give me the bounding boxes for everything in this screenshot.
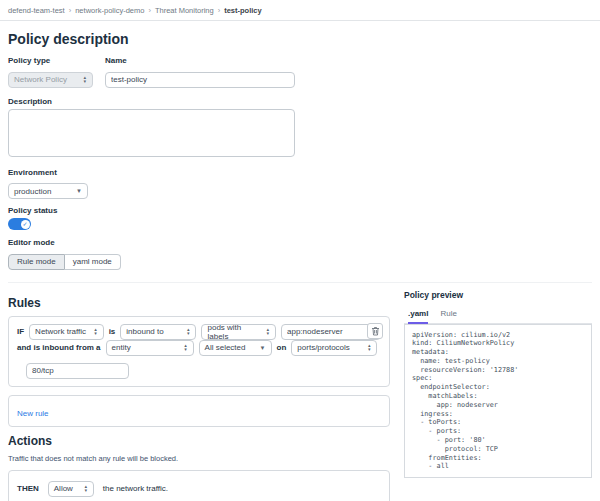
if-label: IF [17, 327, 24, 336]
from-selection-select[interactable]: All selected [199, 340, 272, 356]
policy-status-field: Policy status [8, 206, 592, 230]
actions-title: Actions [8, 434, 390, 448]
policy-status-toggle[interactable] [8, 218, 31, 230]
description-textarea[interactable] [8, 109, 295, 157]
direction-select[interactable]: inbound to [120, 324, 196, 340]
yaml-preview-box: apiVersion: cilium.io/v2 kind: CiliumNet… [404, 324, 592, 479]
updown-icon [183, 344, 187, 351]
editor-mode-segmented: Rule mode yaml mode [8, 254, 121, 270]
policy-status-label: Policy status [8, 206, 592, 215]
toggle-check-icon [21, 220, 30, 229]
updown-icon [186, 328, 190, 335]
rule-card: IF Network traffic is inbound to pods wi… [8, 316, 390, 387]
delete-rule-button[interactable] [367, 323, 383, 339]
tab-rule[interactable]: Rule [440, 309, 456, 323]
chevron-down-icon [260, 345, 266, 351]
traffic-type-value: Network traffic [35, 327, 86, 336]
policy-type-select[interactable]: Network Policy [8, 72, 93, 88]
updown-icon [367, 344, 371, 351]
policy-type-label: Policy type [8, 56, 93, 65]
breadcrumb-item-team[interactable]: defend-team-test [8, 6, 65, 15]
page-title: Policy description [8, 31, 592, 47]
name-label: Name [105, 56, 295, 65]
rules-title: Rules [8, 296, 390, 310]
yaml-mode-button[interactable]: yaml mode [65, 254, 121, 270]
name-input[interactable] [105, 72, 295, 88]
environment-select[interactable]: production [8, 183, 88, 199]
chevron-down-icon [76, 188, 82, 194]
policy-type-value: Network Policy [14, 75, 67, 84]
on-label: on [277, 343, 287, 352]
policy-type-field: Policy type Network Policy [8, 56, 93, 88]
updown-icon [84, 485, 88, 492]
action-select[interactable]: Allow [48, 481, 94, 497]
ports-type-value: ports/protocols [297, 343, 349, 352]
from-type-select[interactable]: entity [106, 340, 194, 356]
new-rule-link[interactable]: New rule [17, 409, 49, 418]
editor-mode-field: Editor mode Rule mode yaml mode [8, 238, 592, 270]
breadcrumb: defend-team-test › network-policy-demo ›… [0, 0, 600, 20]
breadcrumb-separator: › [69, 6, 72, 15]
action-value: Allow [54, 484, 73, 493]
breadcrumb-item-project[interactable]: network-policy-demo [75, 6, 144, 15]
yaml-preview-content: apiVersion: cilium.io/v2 kind: CiliumNet… [412, 331, 584, 472]
ports-input[interactable] [26, 363, 129, 379]
target-type-select[interactable]: pods with labels [201, 324, 276, 340]
rule-mode-button[interactable]: Rule mode [8, 254, 65, 270]
ports-type-select[interactable]: ports/protocols [291, 340, 377, 356]
environment-value: production [14, 187, 51, 196]
updown-icon [93, 328, 97, 335]
header-divider [0, 20, 600, 21]
direction-value: inbound to [126, 327, 163, 336]
preview-tabbar: .yaml Rule [404, 309, 592, 324]
environment-label: Environment [8, 168, 592, 177]
is-label: is [109, 327, 116, 336]
policy-preview-title: Policy preview [404, 290, 592, 300]
from-type-value: entity [112, 343, 131, 352]
updown-icon [266, 328, 270, 335]
section-divider [8, 282, 592, 283]
breadcrumb-separator: › [148, 6, 151, 15]
breadcrumb-item-section[interactable]: Threat Monitoring [155, 6, 214, 15]
description-field: Description [8, 97, 592, 161]
then-label: THEN [17, 484, 39, 493]
name-field: Name [105, 56, 295, 88]
new-rule-box: New rule [8, 395, 390, 427]
breadcrumb-separator: › [218, 6, 221, 15]
tab-yaml[interactable]: .yaml [408, 309, 428, 324]
trash-icon [371, 326, 380, 336]
from-selection-value: All selected [205, 343, 246, 352]
environment-field: Environment production [8, 168, 592, 200]
action-suffix: the network traffic. [103, 484, 168, 493]
traffic-type-select[interactable]: Network traffic [29, 324, 104, 340]
target-type-value: pods with labels [207, 323, 259, 341]
updown-icon [83, 76, 87, 83]
action-card: THEN Allow the network traffic. [8, 470, 390, 501]
from-label: and is inbound from a [17, 343, 101, 352]
actions-description: Traffic that does not match any rule wil… [8, 454, 390, 463]
description-label: Description [8, 97, 592, 106]
editor-mode-label: Editor mode [8, 238, 592, 247]
breadcrumb-item-current: test-policy [224, 6, 262, 15]
